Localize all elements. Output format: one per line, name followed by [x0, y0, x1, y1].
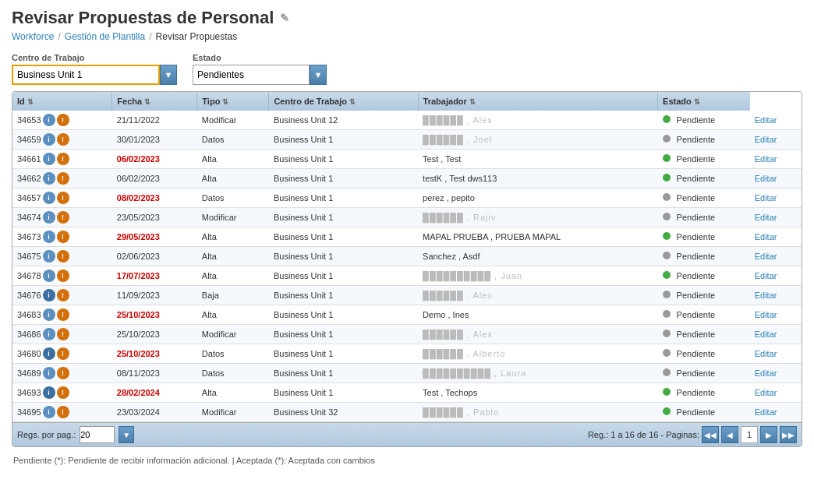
col-fecha[interactable]: Fecha ⇅	[112, 92, 197, 111]
cell-editar[interactable]: Editar	[750, 169, 802, 189]
editar-link[interactable]: Editar	[755, 368, 777, 378]
estado-label: Estado	[193, 53, 327, 62]
info-icon[interactable]: i	[43, 386, 55, 399]
cell-editar[interactable]: Editar	[750, 266, 802, 286]
editar-link[interactable]: Editar	[755, 193, 777, 203]
cell-editar[interactable]: Editar	[750, 286, 802, 305]
warning-icon[interactable]: !	[57, 133, 69, 146]
cell-estado-dot	[658, 208, 672, 227]
warning-icon[interactable]: !	[57, 192, 69, 204]
cell-estado-dot	[658, 247, 672, 266]
cell-editar[interactable]: Editar	[750, 189, 802, 208]
info-icon[interactable]: i	[43, 308, 55, 321]
cell-editar[interactable]: Editar	[750, 344, 802, 364]
editar-link[interactable]: Editar	[755, 232, 777, 241]
warning-icon[interactable]: !	[57, 406, 69, 418]
cell-editar[interactable]: Editar	[750, 247, 802, 266]
col-centro[interactable]: Centro de Trabajo ⇅	[269, 92, 418, 111]
warning-icon[interactable]: !	[57, 386, 69, 399]
col-trabajador[interactable]: Trabajador ⇅	[418, 92, 657, 111]
warning-icon[interactable]: !	[57, 328, 69, 340]
estado-input[interactable]	[193, 65, 310, 85]
info-icon[interactable]: i	[43, 367, 55, 379]
cell-editar[interactable]: Editar	[750, 111, 802, 130]
warning-icon[interactable]: !	[57, 250, 69, 263]
breadcrumb-workforce[interactable]: Workforce	[12, 31, 54, 42]
cell-id: 34662 i!	[12, 169, 112, 189]
date-value: 29/05/2023	[117, 232, 160, 241]
info-icon[interactable]: i	[43, 406, 55, 418]
cell-estado-text: Pendiente	[672, 364, 750, 383]
warning-icon[interactable]: !	[57, 114, 69, 126]
info-icon[interactable]: i	[43, 328, 55, 340]
regs-dropdown-btn[interactable]: ▼	[119, 426, 134, 443]
external-link-icon[interactable]: ✎	[280, 12, 289, 24]
cell-editar[interactable]: Editar	[750, 383, 802, 403]
cell-centro: Business Unit 1	[269, 286, 418, 305]
page-prev-btn[interactable]: ◀	[721, 426, 738, 443]
cell-tipo: Modificar	[197, 111, 269, 130]
warning-icon[interactable]: !	[57, 347, 69, 360]
editar-link[interactable]: Editar	[755, 310, 777, 319]
warning-icon[interactable]: !	[57, 367, 69, 379]
page-first-btn[interactable]: ◀◀	[702, 426, 719, 443]
info-icon[interactable]: i	[43, 172, 55, 185]
editar-link[interactable]: Editar	[755, 388, 777, 397]
warning-icon[interactable]: !	[57, 172, 69, 185]
editar-link[interactable]: Editar	[755, 252, 777, 261]
editar-link[interactable]: Editar	[755, 349, 777, 358]
cell-editar[interactable]: Editar	[750, 130, 802, 150]
info-icon[interactable]: i	[43, 211, 55, 224]
cell-trabajador: Test , Techops	[418, 383, 657, 403]
centro-dropdown-btn[interactable]: ▼	[160, 65, 177, 85]
cell-estado-dot	[658, 305, 672, 325]
editar-link[interactable]: Editar	[755, 135, 777, 144]
cell-estado-text: Pendiente	[672, 189, 750, 208]
editar-link[interactable]: Editar	[755, 291, 777, 300]
cell-editar[interactable]: Editar	[750, 325, 802, 344]
col-estado[interactable]: Estado ⇅	[658, 92, 750, 111]
cell-trabajador: ██████ , Alberto	[418, 344, 657, 364]
warning-icon[interactable]: !	[57, 270, 69, 282]
editar-link[interactable]: Editar	[755, 213, 777, 222]
editar-link[interactable]: Editar	[755, 271, 777, 280]
cell-editar[interactable]: Editar	[750, 227, 802, 247]
centro-input[interactable]	[12, 65, 160, 85]
cell-editar[interactable]: Editar	[750, 305, 802, 325]
warning-icon[interactable]: !	[57, 211, 69, 224]
cell-editar[interactable]: Editar	[750, 150, 802, 169]
editar-link[interactable]: Editar	[755, 154, 777, 164]
breadcrumb-gestion[interactable]: Gestión de Plantilla	[65, 31, 145, 42]
info-icon[interactable]: i	[43, 133, 55, 146]
cell-editar[interactable]: Editar	[750, 364, 802, 383]
info-icon[interactable]: i	[43, 153, 55, 165]
page-last-btn[interactable]: ▶▶	[780, 426, 797, 443]
table-row: 34657 i!08/02/2023DatosBusiness Unit 1pe…	[12, 189, 802, 208]
info-icon[interactable]: i	[43, 231, 55, 243]
cell-estado-text: Pendiente	[672, 111, 750, 130]
editar-link[interactable]: Editar	[755, 330, 777, 339]
info-icon[interactable]: i	[43, 192, 55, 204]
editar-link[interactable]: Editar	[755, 407, 777, 417]
editar-link[interactable]: Editar	[755, 115, 777, 125]
cell-estado-dot	[658, 364, 672, 383]
cell-editar[interactable]: Editar	[750, 403, 802, 422]
info-icon[interactable]: i	[43, 270, 55, 282]
regs-per-page-input[interactable]	[80, 426, 115, 443]
info-icon[interactable]: i	[43, 289, 55, 301]
estado-dropdown-btn[interactable]: ▼	[310, 65, 327, 85]
page-next-btn[interactable]: ▶	[760, 426, 777, 443]
col-id[interactable]: Id ⇅	[12, 92, 112, 111]
editar-link[interactable]: Editar	[755, 174, 777, 183]
cell-editar[interactable]: Editar	[750, 208, 802, 227]
warning-icon[interactable]: !	[57, 289, 69, 301]
info-icon[interactable]: i	[43, 347, 55, 360]
table-row: 34695 i!23/03/2024ModificarBusiness Unit…	[12, 403, 802, 422]
col-tipo[interactable]: Tipo ⇅	[197, 92, 269, 111]
info-icon[interactable]: i	[43, 114, 55, 126]
warning-icon[interactable]: !	[57, 231, 69, 243]
warning-icon[interactable]: !	[57, 308, 69, 321]
warning-icon[interactable]: !	[57, 153, 69, 165]
info-icon[interactable]: i	[43, 250, 55, 263]
status-dot	[663, 193, 671, 201]
